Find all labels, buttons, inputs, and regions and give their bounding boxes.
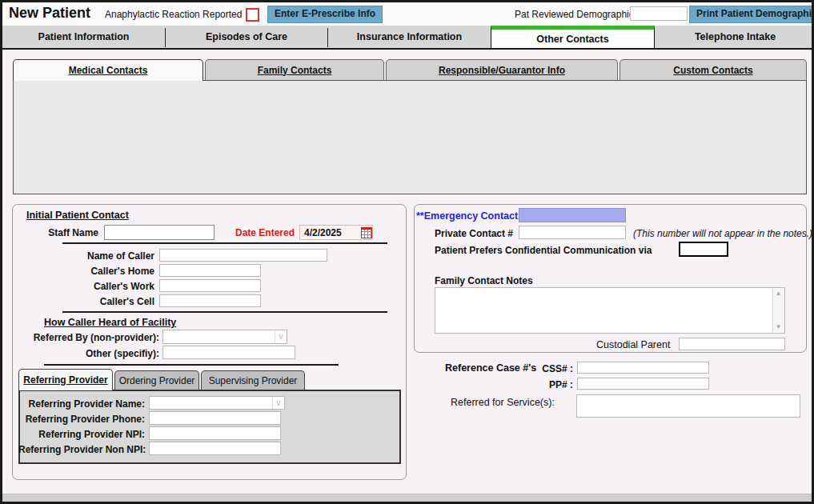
emergency-contact-title: **Emergency Contact [416,210,518,222]
pat-reviewed-label: Pat Reviewed Demographics [515,9,639,20]
subtab-family-contacts[interactable]: Family Contacts [205,59,384,80]
referring-provider-non-npi-label: Referring Provider Non NPI: [18,444,145,455]
callers-cell-input[interactable] [159,294,261,307]
other-specify-label: Other (specifiy): [26,348,159,359]
enter-eprescribe-button[interactable]: Enter E-Prescribe Info [267,6,383,23]
main-tab-strip: Patient Information Episodes of Care Ins… [2,26,812,50]
new-patient-window: New Patient Anaphylactic Reaction Report… [0,0,814,504]
tab-other-contacts[interactable]: Other Contacts [491,26,655,48]
initial-contact-title: Initial Patient Contact [26,210,129,221]
family-contact-notes-label: Family Contact Notes [435,275,533,286]
referring-provider-npi-input[interactable] [149,426,281,440]
referred-by-select[interactable]: v [162,330,287,344]
custodial-parent-input[interactable] [679,338,785,350]
anaphylactic-checkbox[interactable] [246,8,259,22]
print-demographics-button[interactable]: Print Patient Demographics [689,6,814,23]
subtab-custom-contacts[interactable]: Custom Contacts [620,59,807,80]
scroll-up-icon[interactable]: ▲ [773,290,784,298]
callers-work-label: Caller's Work [34,281,154,292]
calendar-icon[interactable] [361,227,372,238]
name-of-caller-input[interactable] [159,249,327,262]
family-contact-notes-textarea[interactable]: ▲ ▼ [435,287,785,334]
referring-provider-non-npi-input[interactable] [149,442,281,455]
callers-home-input[interactable] [159,264,261,277]
callers-home-label: Caller's Home [34,266,154,277]
subtab-referring-provider[interactable]: Referring Provider [18,369,113,390]
medical-contacts-panel [13,80,807,194]
tab-patient-information[interactable]: Patient Information [2,26,165,48]
subtab-ordering-provider[interactable]: Ordering Provider [114,370,199,390]
pp-number-input[interactable] [577,378,709,390]
page-title: New Patient [9,5,90,22]
pat-reviewed-input[interactable] [630,6,688,21]
tab-insurance-information[interactable]: Insurance Information [328,26,491,48]
chevron-down-icon[interactable]: v [272,397,284,409]
private-contact-label: Private Contact # [433,228,513,239]
name-of-caller-label: Name of Caller [34,250,154,262]
chevron-down-icon[interactable]: v [275,330,287,343]
callers-work-input[interactable] [159,279,261,292]
private-contact-note: (This number will not appear in the note… [633,228,812,239]
referring-provider-name-label: Referring Provider Name: [18,398,145,410]
referring-provider-phone-input[interactable] [149,411,281,425]
css-number-label: CSS# : [533,363,573,374]
other-specify-input[interactable] [162,346,295,359]
subtab-supervising-provider[interactable]: Supervising Provider [201,370,305,390]
subtab-responsible-guarantor[interactable]: Responsible/Guarantor Info [386,59,618,80]
tab-telephone-intake[interactable]: Telephone Intake [654,26,814,48]
bottom-strip [2,494,812,502]
emergency-contact-input[interactable] [519,208,626,222]
header-bar: New Patient Anaphylactic Reaction Report… [2,2,812,26]
confidential-communication-label: Patient Prefers Confidential Communicati… [435,245,652,256]
divider [62,311,387,313]
pp-number-label: PP# : [533,379,573,390]
referred-by-label: Referred By (non-provider): [26,332,159,343]
referring-provider-npi-label: Referring Provider NPI: [18,429,145,440]
anaphylactic-label: Anaphylactic Reaction Reported [105,9,242,20]
subtab-medical-contacts[interactable]: Medical Contacts [13,59,203,81]
referred-for-services-input[interactable] [576,394,800,418]
referred-for-services-label: Referred for Service(s): [451,397,555,408]
divider [62,242,387,244]
divider [44,364,339,366]
staff-name-label: Staff Name [18,227,98,238]
reference-case-title: Reference Case #'s [445,362,536,374]
scrollbar[interactable]: ▲ ▼ [772,289,784,332]
callers-cell-label: Caller's Cell [34,296,154,307]
confidential-communication-input[interactable] [679,242,728,257]
how-heard-title: How Caller Heard of Facility [44,317,176,328]
referring-provider-phone-label: Referring Provider Phone: [18,414,145,425]
custodial-parent-label: Custodial Parent [596,339,670,350]
scroll-down-icon[interactable]: ▼ [773,323,784,331]
date-entered-label: Date Entered [231,227,295,238]
private-contact-input[interactable] [519,226,626,239]
tab-episodes-of-care[interactable]: Episodes of Care [166,26,327,48]
referring-provider-name-select[interactable]: v [149,396,285,410]
staff-name-input[interactable] [104,225,215,240]
css-number-input[interactable] [577,362,709,374]
